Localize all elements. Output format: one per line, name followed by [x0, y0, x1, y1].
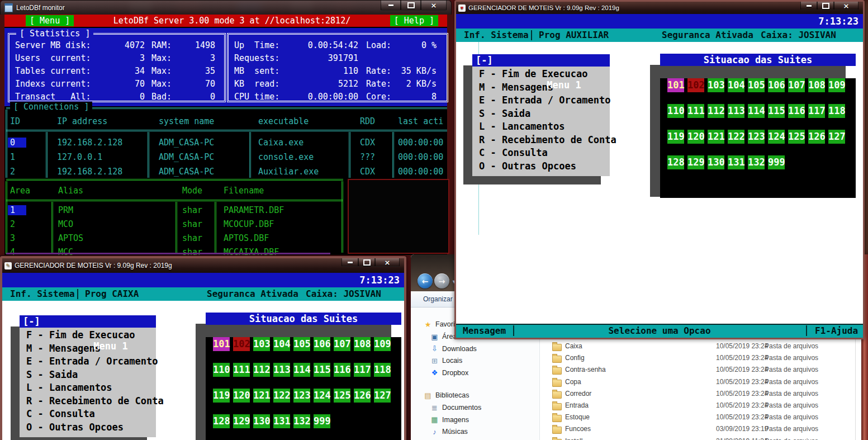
suite-999[interactable]: 999 [768, 155, 785, 169]
maximize-button[interactable] [817, 2, 834, 10]
suite-110[interactable]: 110 [667, 104, 684, 118]
menu1-item[interactable]: S - Saida [472, 108, 610, 121]
suite-101[interactable]: 101 [667, 78, 684, 92]
suite-117[interactable]: 117 [808, 104, 825, 118]
connection-row[interactable]: 2192.168.2.128ADM_CASA-PCAuxiliar.exeCDX… [4, 167, 447, 179]
forward-button[interactable]: → [434, 273, 449, 288]
menu1-collapse-icon[interactable]: [-] [23, 315, 40, 328]
sidebar-item-locais[interactable]: ⊞Locais [430, 355, 462, 366]
suite-129[interactable]: 129 [233, 414, 250, 428]
suite-119[interactable]: 119 [667, 130, 684, 144]
suite-117[interactable]: 117 [354, 363, 371, 377]
suite-131[interactable]: 131 [728, 155, 744, 169]
menu1-item[interactable]: R - Recebimento de Conta [20, 395, 156, 409]
suite-124[interactable]: 124 [314, 389, 330, 403]
file-row[interactable]: Contra-senha10/05/2019 23:24Pasta de arq… [540, 364, 868, 376]
minimize-button[interactable] [341, 258, 358, 267]
sidebar-section-bibliotecas[interactable]: ▤Bibliotecas [423, 390, 469, 401]
file-row[interactable]: Caixa10/05/2019 23:24Pasta de arquivos [540, 340, 868, 352]
suite-123[interactable]: 123 [293, 389, 310, 403]
area-row[interactable]: 2MCOsharMCOCUP.DBF [4, 219, 345, 231]
suite-102[interactable]: 102 [687, 78, 704, 92]
maximize-button[interactable] [358, 258, 375, 267]
file-row[interactable]: Install31/08/2019 11:34Pasta de arquivos [540, 436, 868, 440]
menu1-item[interactable]: S - Saida [20, 369, 156, 382]
suite-132[interactable]: 132 [293, 414, 310, 428]
menu1-item[interactable]: C - Consulta [20, 408, 156, 422]
suite-121[interactable]: 121 [708, 130, 724, 144]
suite-114[interactable]: 114 [748, 104, 765, 118]
suite-108[interactable]: 108 [354, 337, 371, 351]
close-button[interactable]: × [834, 2, 858, 10]
menu1-item[interactable]: C - Consulta [472, 147, 610, 160]
suite-106[interactable]: 106 [314, 337, 330, 351]
suite-105[interactable]: 105 [748, 78, 765, 92]
menu1-item[interactable]: L - Lancamentos [472, 121, 610, 134]
close-button[interactable]: × [421, 1, 447, 11]
connection-row[interactable]: 1127.0.0.1ADM_CASA-PCconsole.exe???000:0… [4, 152, 447, 164]
suite-110[interactable]: 110 [213, 363, 230, 377]
menu1-titlebar[interactable]: [-] Menu 1 [472, 54, 610, 67]
suite-103[interactable]: 103 [253, 337, 270, 351]
suite-111[interactable]: 111 [233, 363, 250, 377]
close-button[interactable]: × [375, 258, 400, 267]
menu1-item[interactable]: L - Lancamentos [20, 382, 156, 395]
suite-109[interactable]: 109 [374, 337, 391, 351]
maximize-button[interactable] [401, 1, 421, 11]
suite-115[interactable]: 115 [768, 104, 785, 118]
menu-prog[interactable]: Prog AUXILIAR [539, 29, 609, 42]
suite-112[interactable]: 112 [253, 363, 270, 377]
file-row[interactable]: Corredor10/05/2019 23:24Pasta de arquivo… [540, 388, 868, 400]
suite-116[interactable]: 116 [788, 104, 805, 118]
file-row[interactable]: Estoque10/05/2019 23:24Pasta de arquivos [540, 411, 868, 423]
suite-118[interactable]: 118 [374, 363, 391, 377]
back-button[interactable]: ← [418, 273, 433, 288]
menu1-titlebar[interactable]: [-] Menu 1 [20, 315, 156, 328]
suite-122[interactable]: 122 [273, 389, 290, 403]
suite-101[interactable]: 101 [213, 337, 230, 351]
suite-127[interactable]: 127 [828, 130, 845, 144]
gerenciador-auxiliar-titlebar[interactable]: ♥ GERENCIADOR DE MOTEIS Vr : 9.09g Rev :… [456, 2, 863, 14]
letodbf-titlebar[interactable]: LetoDBf monitor × [0, 0, 452, 15]
leto-menu-button[interactable]: [ Menu ] [26, 15, 74, 26]
file-row[interactable]: Config10/05/2019 23:24Pasta de arquivos [540, 352, 868, 364]
menu-inf-sistema[interactable]: Inf. Sistema [10, 287, 75, 301]
suite-127[interactable]: 127 [374, 389, 391, 403]
suite-121[interactable]: 121 [253, 389, 270, 403]
sidebar-item-documentos[interactable]: ≣Documentos [430, 402, 481, 413]
suite-122[interactable]: 122 [728, 130, 744, 144]
suite-105[interactable]: 105 [293, 337, 310, 351]
menu1-collapse-icon[interactable]: [-] [476, 54, 493, 67]
suite-104[interactable]: 104 [273, 337, 290, 351]
leto-help-button[interactable]: [ Help ] [390, 15, 438, 26]
suite-108[interactable]: 108 [808, 78, 825, 92]
suite-120[interactable]: 120 [687, 130, 704, 144]
suite-126[interactable]: 126 [808, 130, 825, 144]
menu1-item[interactable]: O - Outras Opcoes [20, 422, 156, 435]
sidebar-item-imagens[interactable]: ▦Imagens [430, 414, 469, 425]
suite-128[interactable]: 128 [213, 414, 230, 428]
suite-102[interactable]: 102 [233, 337, 250, 351]
suite-116[interactable]: 116 [334, 363, 350, 377]
file-row[interactable]: Entrada10/05/2019 23:24Pasta de arquivos [540, 400, 868, 411]
area-row[interactable]: 1PRMsharPARAMETR.DBF [4, 205, 345, 217]
suite-123[interactable]: 123 [748, 130, 765, 144]
suite-107[interactable]: 107 [788, 78, 805, 92]
menu-prog[interactable]: Prog CAIXA [85, 287, 139, 301]
file-row[interactable]: Funcoes03/09/2019 23:19Pasta de arquivos [540, 423, 868, 435]
suite-109[interactable]: 109 [828, 78, 845, 92]
suite-118[interactable]: 118 [828, 104, 845, 118]
suite-104[interactable]: 104 [728, 78, 744, 92]
suite-130[interactable]: 130 [708, 155, 724, 169]
connection-row[interactable]: 0192.168.2.128ADM_CASA-PCCaixa.exeCDX000… [4, 138, 447, 150]
suite-120[interactable]: 120 [233, 389, 250, 403]
suite-130[interactable]: 130 [253, 414, 270, 428]
minimize-button[interactable] [381, 1, 401, 11]
suite-115[interactable]: 115 [314, 363, 330, 377]
suite-111[interactable]: 111 [687, 104, 704, 118]
gerenciador-caixa-titlebar[interactable]: ✎ GERENCIADOR DE MOTEIS Vr : 9.09g Rev :… [2, 258, 404, 273]
suite-112[interactable]: 112 [708, 104, 724, 118]
suite-124[interactable]: 124 [768, 130, 785, 144]
suite-126[interactable]: 126 [354, 389, 371, 403]
menu-inf-sistema[interactable]: Inf. Sistema [464, 29, 529, 42]
